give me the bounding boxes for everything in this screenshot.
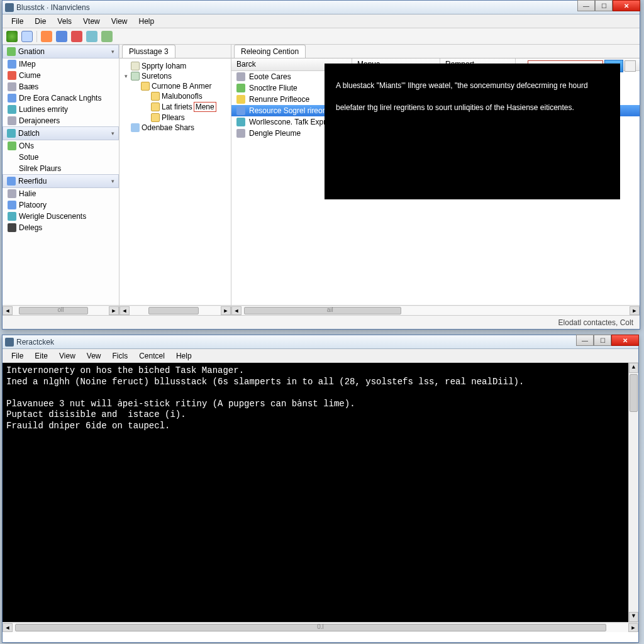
tree-node[interactable]: Malubonofls [122, 91, 228, 101]
item-icon [8, 189, 16, 198]
sidebar-item[interactable]: Halie [3, 188, 119, 199]
sidebar-item[interactable]: Delegs [3, 222, 119, 233]
menu-file[interactable]: File [6, 350, 28, 362]
scroll-up-icon[interactable]: ▲ [629, 363, 638, 373]
scroll-right-icon[interactable]: ► [109, 306, 119, 315]
scroll-left-icon[interactable]: ◄ [231, 306, 242, 315]
node-icon [151, 92, 160, 101]
node-label: Odenbae Shars [142, 123, 194, 132]
node-label: Pllears [162, 113, 185, 122]
category-header[interactable]: Gnation▾ [3, 45, 119, 58]
category-header[interactable]: Datlch▾ [3, 126, 119, 140]
sidebar-item[interactable]: Ciume [3, 70, 119, 81]
sidebar-item[interactable]: Platoory [3, 199, 119, 211]
tab-releoing[interactable]: Releoing Cention [234, 45, 306, 58]
node-icon [141, 82, 150, 91]
sidebar-item[interactable]: Silrek Plaurs [3, 163, 119, 174]
toolbar-icon-3[interactable] [41, 31, 52, 42]
sidebar-item[interactable]: Baæs [3, 81, 119, 92]
menu-view[interactable]: View [106, 16, 133, 27]
chevron-down-icon: ▾ [111, 178, 114, 184]
tree-node[interactable]: ▾Suretons [122, 71, 228, 81]
maximize-button[interactable] [594, 335, 611, 346]
dropdown-toggle-icon[interactable] [625, 60, 636, 72]
toolbar-icon-7[interactable] [101, 31, 113, 42]
scroll-left-icon[interactable]: ◄ [3, 623, 13, 632]
menu-vew[interactable]: Vew [82, 350, 106, 362]
tree-pane: Plusstage 3 Spprty Ioham▾SuretonsCurnone… [119, 45, 231, 315]
tree-hscroll[interactable]: ◄ ► [119, 305, 231, 315]
app-icon [5, 3, 14, 12]
item-icon [8, 71, 16, 80]
console-vscroll[interactable]: ▲ ▼ [628, 363, 638, 622]
scroll-thumb[interactable] [630, 374, 638, 412]
titlebar[interactable]: Reractckek [3, 335, 638, 349]
item-icon [8, 223, 16, 232]
sidebar-item[interactable]: IMep [3, 58, 119, 70]
list-pane: Releoing Cention Barck Manuc Ramport Eoo… [231, 45, 640, 315]
category-header[interactable]: Reerfidu▾ [3, 174, 119, 188]
sidebar-item[interactable]: Sotue [3, 152, 119, 163]
scroll-thumb[interactable] [244, 307, 401, 314]
item-icon [8, 212, 16, 221]
scroll-left-icon[interactable]: ◄ [3, 306, 13, 315]
menu-view[interactable]: View [54, 350, 80, 362]
toolbar-icon-2[interactable] [21, 31, 33, 42]
item-icon [8, 201, 16, 209]
toolbar-icon-5[interactable] [71, 31, 82, 42]
item-label: Ciume [19, 71, 41, 80]
menu-eite[interactable]: Eite [30, 350, 53, 362]
scroll-right-icon[interactable]: ► [221, 306, 231, 315]
tab-plusstage[interactable]: Plusstage 3 [122, 45, 175, 58]
scroll-thumb[interactable] [15, 624, 606, 631]
menu-centcel[interactable]: Centcel [134, 350, 170, 362]
scroll-thumb[interactable] [19, 307, 88, 314]
item-label: Werigle Duscenents [19, 212, 86, 221]
item-icon [8, 116, 16, 125]
menu-file[interactable]: File [6, 16, 28, 27]
titlebar[interactable]: Blusstck · INanviclens [3, 1, 640, 14]
tree-node[interactable]: Curnone B Anmer [122, 81, 228, 91]
menu-vels[interactable]: Vels [52, 16, 77, 27]
sidebar-item[interactable]: Ludines emrity [3, 104, 119, 115]
maximize-button[interactable] [595, 0, 613, 11]
close-button[interactable] [611, 335, 639, 346]
close-button[interactable] [613, 0, 640, 11]
sidebar-item[interactable]: ONs [3, 140, 119, 152]
tree-node[interactable]: Lat firietsMene [122, 101, 228, 113]
scroll-left-icon[interactable]: ◄ [119, 306, 130, 315]
scroll-down-icon[interactable]: ▼ [629, 612, 638, 622]
menu-help[interactable]: Help [134, 16, 160, 27]
expand-icon[interactable]: ▾ [125, 73, 131, 79]
scroll-right-icon[interactable]: ► [628, 623, 638, 632]
tree-node[interactable]: Odenbae Shars [122, 123, 228, 133]
scroll-label: 0.l [317, 623, 324, 630]
row-label: Resource Sogrel rireor [249, 106, 325, 115]
toolbar-icon-6[interactable] [86, 31, 97, 42]
minimize-button[interactable] [577, 0, 595, 11]
category-icon [7, 47, 16, 56]
menu-help[interactable]: Help [171, 350, 197, 362]
sidebar-item[interactable]: Dre Eora Canack Lnghts [3, 92, 119, 104]
item-label: Delegs [19, 223, 42, 232]
app-icon [5, 338, 14, 347]
scroll-thumb[interactable] [148, 307, 199, 314]
sidebar-item[interactable]: Werigle Duscenents [3, 211, 119, 222]
toolbar-icon-4[interactable] [56, 31, 67, 42]
sidebar-item[interactable]: Derajoneers [3, 115, 119, 126]
menu-ficls[interactable]: Ficls [108, 350, 133, 362]
console-output: Intvernonerty on hos the biched Task Man… [3, 363, 638, 622]
tree-node[interactable]: Spprty Ioham [122, 61, 228, 71]
console-hscroll[interactable]: ◄ 0.l ► [3, 622, 638, 632]
chevron-down-icon: ▾ [111, 48, 114, 55]
minimize-button[interactable] [576, 335, 594, 346]
row-label: Eoote Cares [249, 72, 291, 81]
menu-die[interactable]: Die [30, 16, 51, 27]
sidebar-hscroll[interactable]: ◄ oll ► [3, 305, 119, 315]
scroll-right-icon[interactable]: ► [630, 306, 640, 315]
menu-vtew[interactable]: Vtew [78, 16, 105, 27]
row-icon [236, 106, 245, 115]
tree-node[interactable]: Pllears [122, 113, 228, 123]
list-hscroll[interactable]: ◄ ail ► [231, 305, 640, 315]
toolbar-icon-1[interactable] [6, 31, 18, 42]
